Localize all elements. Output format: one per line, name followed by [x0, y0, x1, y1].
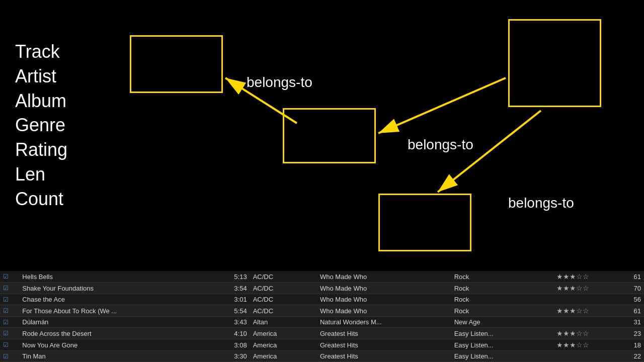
- row-genre: New Age: [451, 317, 535, 328]
- box-bottom: [378, 194, 471, 251]
- row-album: Greatest Hits: [317, 339, 451, 351]
- row-genre: Rock: [451, 271, 535, 283]
- row-album: Greatest Hits: [317, 328, 451, 339]
- row-count: 61: [610, 305, 644, 317]
- row-checkbox[interactable]: ☑: [0, 305, 19, 317]
- rating-stars: ★★★☆☆: [556, 273, 589, 281]
- row-checkbox[interactable]: ☑: [0, 317, 19, 328]
- row-artist: AC/DC: [250, 294, 317, 305]
- box-middle: [283, 108, 376, 163]
- row-count: 61: [610, 271, 644, 283]
- row-length: 5:54: [212, 305, 250, 317]
- row-rating: ★★★☆☆: [535, 271, 610, 283]
- row-length: 3:30: [212, 351, 250, 362]
- row-album: Natural Wonders M...: [317, 317, 451, 328]
- row-artist: America: [250, 339, 317, 351]
- row-genre: Easy Listen...: [451, 328, 535, 339]
- row-genre: Easy Listen...: [451, 339, 535, 351]
- row-genre: Rock: [451, 305, 535, 317]
- row-rating: [535, 317, 610, 328]
- table-row[interactable]: ☑ Dúlamán 3:43 Altan Natural Wonders M..…: [0, 317, 644, 328]
- row-track: Hells Bells: [19, 271, 212, 283]
- row-length: 3:54: [212, 283, 250, 294]
- row-genre: Rock: [451, 283, 535, 294]
- row-track: Rode Across the Desert: [19, 328, 212, 339]
- row-length: 3:08: [212, 339, 250, 351]
- field-genre: Genre: [15, 114, 67, 137]
- row-rating: ★★★☆☆: [535, 339, 610, 351]
- music-table: ☑ Hells Bells 5:13 AC/DC Who Made Who Ro…: [0, 271, 644, 362]
- row-count: 22: [610, 351, 644, 362]
- row-track: Chase the Ace: [19, 294, 212, 305]
- belongs-to-label-3: belongs-to: [508, 195, 574, 211]
- table-row[interactable]: ☑ Tin Man 3:30 America Greatest Hits Eas…: [0, 351, 644, 362]
- row-rating: ★★★☆☆: [535, 283, 610, 294]
- table-row[interactable]: ☑ Chase the Ace 3:01 AC/DC Who Made Who …: [0, 294, 644, 305]
- row-artist: America: [250, 328, 317, 339]
- row-track: Shake Your Foundations: [19, 283, 212, 294]
- table-row[interactable]: ☑ Now You Are Gone 3:08 America Greatest…: [0, 339, 644, 351]
- row-track: Dúlamán: [19, 317, 212, 328]
- row-genre: Rock: [451, 294, 535, 305]
- row-length: 4:10: [212, 328, 250, 339]
- row-checkbox[interactable]: ☑: [0, 294, 19, 305]
- field-track: Track: [15, 40, 67, 64]
- field-count: Count: [15, 188, 67, 211]
- row-track: Now You Are Gone: [19, 339, 212, 351]
- row-artist: AC/DC: [250, 305, 317, 317]
- row-track: For Those About To Rock (We ...: [19, 305, 212, 317]
- field-album: Album: [15, 89, 67, 113]
- row-artist: Altan: [250, 317, 317, 328]
- rating-stars: ★★★☆☆: [556, 307, 589, 315]
- table-container: ☑ Hells Bells 5:13 AC/DC Who Made Who Ro…: [0, 271, 644, 362]
- row-artist: AC/DC: [250, 271, 317, 283]
- row-rating: ★★★☆☆: [535, 328, 610, 339]
- row-checkbox[interactable]: ☑: [0, 283, 19, 294]
- row-count: 56: [610, 294, 644, 305]
- arrow-from-top-right: [378, 78, 506, 133]
- row-checkbox[interactable]: ☑: [0, 339, 19, 351]
- row-album: Greatest Hits: [317, 351, 451, 362]
- row-checkbox[interactable]: ☑: [0, 271, 19, 283]
- row-length: 5:13: [212, 271, 250, 283]
- row-album: Who Made Who: [317, 305, 451, 317]
- belongs-to-label-1: belongs-to: [247, 74, 312, 90]
- row-length: 3:01: [212, 294, 250, 305]
- row-length: 3:43: [212, 317, 250, 328]
- field-artist: Artist: [15, 65, 67, 88]
- field-list: Track Artist Album Genre Rating Len Coun…: [15, 40, 67, 211]
- row-count: 31: [610, 317, 644, 328]
- row-count: 70: [610, 283, 644, 294]
- table-row[interactable]: ☑ Shake Your Foundations 3:54 AC/DC Who …: [0, 283, 644, 294]
- row-album: Who Made Who: [317, 294, 451, 305]
- table-row[interactable]: ☑ Hells Bells 5:13 AC/DC Who Made Who Ro…: [0, 271, 644, 283]
- row-count: 23: [610, 328, 644, 339]
- row-genre: Easy Listen...: [451, 351, 535, 362]
- row-checkbox[interactable]: ☑: [0, 328, 19, 339]
- table-row[interactable]: ☑ Rode Across the Desert 4:10 America Gr…: [0, 328, 644, 339]
- belongs-to-label-2: belongs-to: [408, 137, 473, 153]
- row-track: Tin Man: [19, 351, 212, 362]
- row-album: Who Made Who: [317, 271, 451, 283]
- rating-stars: ★★★☆☆: [556, 284, 589, 292]
- row-artist: AC/DC: [250, 283, 317, 294]
- row-rating: [535, 294, 610, 305]
- field-rating: Rating: [15, 138, 67, 162]
- row-rating: [535, 351, 610, 362]
- table-row[interactable]: ☑ For Those About To Rock (We ... 5:54 A…: [0, 305, 644, 317]
- box-top-right: [508, 19, 601, 107]
- row-count: 18: [610, 339, 644, 351]
- row-rating: ★★★☆☆: [535, 305, 610, 317]
- row-album: Who Made Who: [317, 283, 451, 294]
- field-len: Len: [15, 163, 67, 187]
- row-checkbox[interactable]: ☑: [0, 351, 19, 362]
- row-artist: America: [250, 351, 317, 362]
- rating-stars: ★★★☆☆: [556, 341, 589, 349]
- box-top-left: [130, 35, 223, 93]
- rating-stars: ★★★☆☆: [556, 329, 589, 337]
